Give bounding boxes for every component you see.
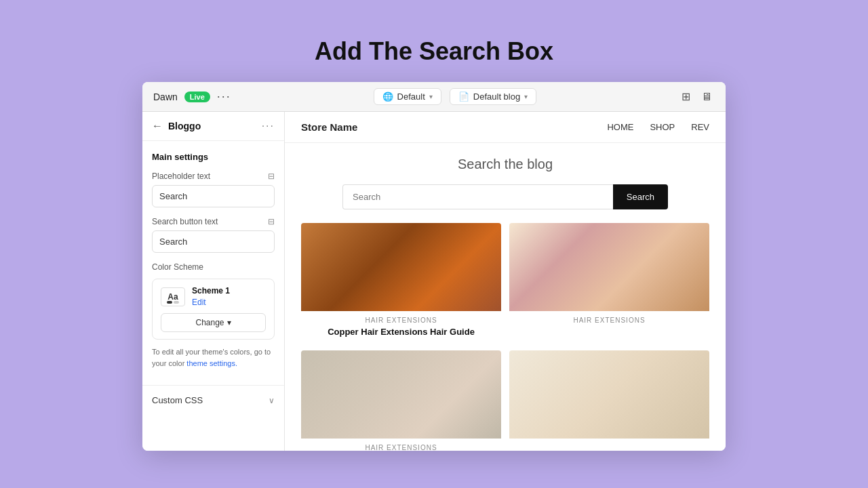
topbar-store-name: Dawn [153, 92, 178, 102]
scheme-info: Scheme 1 Edit [192, 286, 266, 308]
dot-black [167, 301, 172, 304]
placeholder-label-text: Placeholder text [152, 171, 210, 181]
hint-text: To edit all your theme's colors, go to y… [152, 346, 275, 369]
view-toggle-button[interactable]: ⊞ [679, 87, 693, 106]
search-button-field-label: Search button text ⊟ [152, 217, 275, 226]
dot-gray [174, 301, 179, 304]
blog-card-category-4 [509, 439, 709, 447]
scheme-name: Scheme 1 [192, 286, 266, 296]
preview-search-input[interactable] [342, 184, 613, 209]
scheme-card: Aa Scheme 1 Edit Change [152, 279, 275, 340]
live-badge: Live [184, 92, 210, 102]
theme-settings-link[interactable]: theme settings. [186, 359, 237, 367]
globe-icon: 🌐 [382, 92, 393, 102]
blog-search-title: Search the blog [301, 157, 709, 172]
nav-rev: REV [691, 122, 709, 132]
preview-content: Search the blog Search HAIR EXTENSIONS C… [285, 143, 726, 451]
change-label: Change [195, 318, 224, 327]
blog-card-title-4 [509, 447, 709, 451]
blog-card-title-2 [509, 327, 709, 332]
placeholder-icon: ⊟ [268, 171, 275, 181]
default-label: Default [397, 92, 425, 102]
change-chevron-icon: ▾ [227, 318, 231, 327]
blog-card-category-3: HAIR EXTENSIONS [301, 439, 501, 451]
desktop-view-button[interactable]: 🖥 [698, 88, 715, 106]
blog-card-2: HAIR EXTENSIONS [509, 223, 709, 342]
page-title: Add The Search Box [315, 37, 553, 66]
placeholder-field-label: Placeholder text ⊟ [152, 171, 275, 181]
panel-content: Main settings Placeholder text ⊟ Search … [142, 141, 284, 385]
back-arrow-icon: ← [152, 120, 163, 132]
chevron-down-icon: ▾ [429, 93, 433, 100]
blog-card-3: HAIR EXTENSIONS Styling Blond Hair Exten [301, 350, 501, 451]
scheme-edit-link[interactable]: Edit [192, 298, 206, 307]
blog-card-image-3 [301, 350, 501, 439]
custom-css-chevron-icon: ∨ [269, 396, 275, 405]
default-blog-btn[interactable]: 📄 Default blog ▾ [450, 88, 536, 105]
scheme-preview-dots [167, 301, 179, 304]
back-button[interactable]: ← [152, 120, 163, 132]
blog-grid: HAIR EXTENSIONS Copper Hair Extensions H… [301, 223, 709, 451]
blog-card-image-1 [301, 223, 501, 311]
store-nav: HOME SHOP REV [607, 122, 709, 132]
topbar-left: Dawn Live ··· [153, 89, 231, 104]
blog-card-image-4 [509, 350, 709, 439]
custom-css-label: Custom CSS [152, 395, 203, 405]
left-panel: ← Bloggo ··· Main settings Placeholder t… [142, 112, 285, 451]
blog-card-category-2: HAIR EXTENSIONS [509, 311, 709, 327]
document-icon: 📄 [458, 92, 469, 102]
main-layout: ← Bloggo ··· Main settings Placeholder t… [142, 112, 726, 451]
panel-header: ← Bloggo ··· [142, 112, 284, 141]
store-logo: Store Name [301, 121, 357, 133]
scheme-top: Aa Scheme 1 Edit [161, 286, 266, 308]
topbar-more-button[interactable]: ··· [217, 89, 231, 104]
default-btn[interactable]: 🌐 Default ▾ [374, 88, 441, 105]
blog-card-1: HAIR EXTENSIONS Copper Hair Extensions H… [301, 223, 501, 342]
search-button-icon: ⊟ [268, 217, 275, 226]
preview-store-header: Store Name HOME SHOP REV [285, 112, 726, 143]
placeholder-input[interactable] [152, 185, 275, 207]
blog-card-title-1: Copper Hair Extensions Hair Guide [301, 327, 501, 342]
right-preview: Store Name HOME SHOP REV Search the blog… [285, 112, 726, 451]
search-button-label-text: Search button text [152, 217, 218, 226]
scheme-aa-text: Aa [167, 292, 178, 302]
chevron-down-icon-2: ▾ [524, 93, 528, 100]
topbar-right: ⊞ 🖥 [679, 87, 715, 106]
blog-card-category-1: HAIR EXTENSIONS [301, 311, 501, 327]
main-settings-label: Main settings [152, 152, 275, 162]
scheme-preview: Aa [161, 287, 185, 306]
topbar-center: 🌐 Default ▾ 📄 Default blog ▾ [242, 88, 668, 105]
nav-home[interactable]: HOME [607, 122, 633, 132]
blog-card-image-2 [509, 223, 709, 311]
search-button-input[interactable] [152, 230, 275, 253]
panel-more-button[interactable]: ··· [262, 120, 275, 132]
default-blog-label: Default blog [473, 92, 520, 102]
browser-window: Dawn Live ··· 🌐 Default ▾ 📄 Default blog… [142, 82, 726, 451]
nav-shop[interactable]: SHOP [650, 122, 675, 132]
top-bar: Dawn Live ··· 🌐 Default ▾ 📄 Default blog… [142, 82, 726, 112]
custom-css-row[interactable]: Custom CSS ∨ [142, 385, 284, 415]
preview-search-button[interactable]: Search [613, 184, 668, 209]
color-scheme-label: Color Scheme [152, 262, 275, 272]
panel-title: Bloggo [168, 121, 256, 131]
change-button[interactable]: Change ▾ [161, 313, 266, 332]
blog-card-4 [509, 350, 709, 451]
search-bar-row: Search [342, 184, 668, 209]
